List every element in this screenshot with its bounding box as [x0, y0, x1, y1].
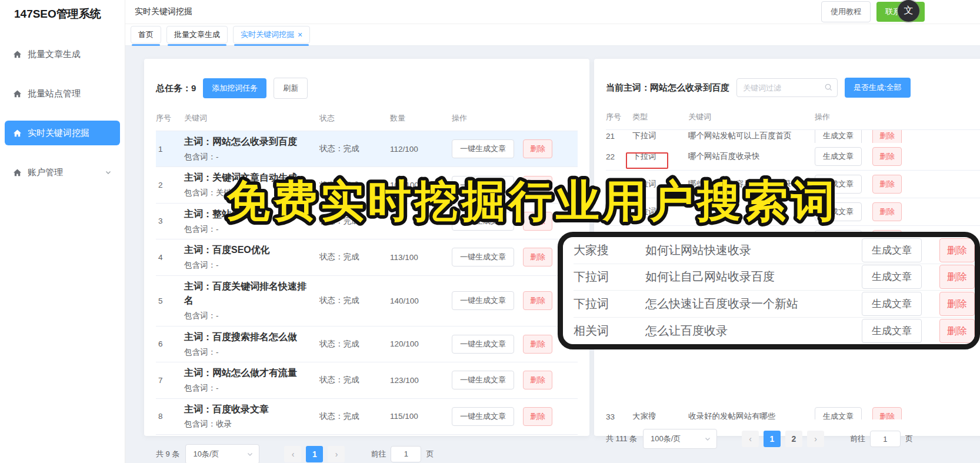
- tab-batch-article[interactable]: 批量文章生成: [166, 26, 228, 44]
- delete-button[interactable]: 删除: [523, 139, 552, 158]
- task-count: 100/100: [390, 181, 452, 189]
- keyword-text: 哪个网站百度收录快: [688, 151, 815, 162]
- delete-button[interactable]: 删除: [872, 147, 902, 166]
- generate-article-button[interactable]: 一键生成文章: [452, 212, 514, 231]
- keyword-filter: [736, 78, 838, 97]
- keyword-text: 哪些平台发文容易被百度收录: [688, 179, 815, 189]
- page-number-button[interactable]: 2: [785, 431, 802, 447]
- sidebar-item-keyword-mining[interactable]: 实时关键词挖掘: [5, 121, 120, 145]
- delete-button[interactable]: 删除: [523, 212, 552, 231]
- add-task-button[interactable]: 添加挖词任务: [203, 78, 266, 98]
- task-status: 状态：完成: [319, 252, 390, 262]
- keyword-filter-input[interactable]: [736, 78, 838, 97]
- page-number-button[interactable]: 1: [764, 431, 781, 447]
- task-number: 8: [156, 412, 184, 421]
- task-main-keyword: 主词：网站怎么收录到百度: [184, 135, 315, 149]
- sidebar-item-batch-site[interactable]: 批量站点管理: [5, 81, 120, 106]
- next-page-button[interactable]: ›: [328, 446, 345, 462]
- close-icon[interactable]: ×: [298, 31, 302, 39]
- task-main-keyword: 主词：整站优化: [184, 207, 315, 222]
- generate-article-button[interactable]: 一键生成文章: [452, 335, 514, 354]
- tab-home[interactable]: 首页: [131, 26, 161, 44]
- generate-article-button[interactable]: 生成文章: [862, 265, 922, 289]
- generate-article-button[interactable]: 一键生成文章: [452, 176, 514, 195]
- delete-button[interactable]: 删除: [872, 175, 902, 194]
- task-pagination: 共 9 条 10条/页 ‹ 1 › 前往 页: [156, 444, 578, 463]
- keyword-type: 大家搜: [574, 242, 645, 258]
- delete-button[interactable]: 删除: [939, 292, 975, 316]
- keyword-type: 下拉词: [632, 151, 688, 162]
- table-row[interactable]: 5 主词：百度关键词排名快速排名包含词：- 状态：完成 140/100 一键生成…: [156, 276, 578, 327]
- delete-button[interactable]: 删除: [523, 371, 552, 389]
- generate-all-button[interactable]: 是否生成:全部: [845, 78, 911, 98]
- task-include-words: 包含词：-: [184, 151, 319, 164]
- delete-button[interactable]: 删除: [939, 265, 975, 289]
- table-row[interactable]: 4 主词：百度SEO优化包含词：- 状态：完成 113/100 一键生成文章删除: [156, 239, 578, 275]
- delete-button[interactable]: 删除: [872, 202, 902, 221]
- delete-button[interactable]: 删除: [523, 407, 552, 426]
- keyword-number: 21: [606, 132, 632, 141]
- home-icon: [13, 50, 22, 59]
- table-row[interactable]: 2 主词：关键词文章自动生成包含词：关键词生成 状态：完成 100/100 一键…: [156, 167, 578, 203]
- task-include-words: 包含词：-: [184, 309, 319, 322]
- delete-button[interactable]: 删除: [523, 291, 552, 310]
- delete-button[interactable]: 删除: [939, 319, 975, 343]
- generate-article-button[interactable]: 生成文章: [862, 319, 922, 343]
- translate-icon[interactable]: 文: [898, 0, 919, 22]
- table-row[interactable]: 1 主词：网站怎么收录到百度包含词：- 状态：完成 112/100 一键生成文章…: [156, 131, 578, 167]
- generate-article-button[interactable]: 一键生成文章: [452, 371, 514, 389]
- tab-keyword-mining[interactable]: 实时关键词挖掘 ×: [233, 26, 310, 44]
- chevron-down-icon: [704, 435, 711, 442]
- generate-article-button[interactable]: 生成文章: [862, 292, 922, 316]
- table-row: 相关词 怎么让百度收录 生成文章 删除: [574, 318, 975, 345]
- task-status: 状态：完成: [319, 375, 390, 385]
- table-row[interactable]: 7 主词：网站怎么做才有流量包含词：- 状态：完成 123/100 一键生成文章…: [156, 362, 578, 398]
- delete-button[interactable]: 删除: [523, 176, 552, 195]
- keyword-text: 怎么快速让百度收录一个新站: [645, 296, 862, 312]
- delete-button[interactable]: 删除: [523, 335, 552, 354]
- generate-article-button[interactable]: 一键生成文章: [452, 139, 514, 158]
- page-number-button[interactable]: 1: [306, 446, 323, 462]
- home-icon: [13, 129, 22, 138]
- task-main-keyword: 主词：百度搜索排名怎么做: [184, 330, 315, 345]
- table-row[interactable]: 6 主词：百度搜索排名怎么做包含词：- 状态：完成 120/100 一键生成文章…: [156, 327, 578, 362]
- delete-button[interactable]: 删除: [939, 238, 975, 262]
- prev-page-button[interactable]: ‹: [284, 446, 301, 462]
- task-include-words: 包含词：-: [184, 382, 319, 395]
- goto-page-input[interactable]: [870, 431, 901, 447]
- delete-button[interactable]: 删除: [872, 407, 902, 419]
- page-size-select[interactable]: 100条/页: [643, 429, 717, 449]
- task-include-words: 包含词：关键词生成: [184, 186, 319, 199]
- generate-article-button[interactable]: 一键生成文章: [452, 407, 514, 426]
- total-tasks-value: 9: [191, 83, 196, 93]
- col-actions: 操作: [815, 112, 980, 122]
- sidebar-nav: 批量文章生成 批量站点管理 实时关键词挖掘 账户管理: [0, 42, 125, 185]
- table-row[interactable]: 8 主词：百度收录文章包含词：收录 状态：完成 115/100 一键生成文章删除: [156, 399, 578, 435]
- sidebar-item-account[interactable]: 账户管理: [5, 160, 120, 185]
- table-row: 33 大家搜 收录好的发帖网站有哪些 生成文章删除: [606, 403, 980, 419]
- generate-article-button[interactable]: 生成文章: [815, 175, 862, 194]
- translate-icon-glyph: 文: [904, 5, 914, 17]
- delete-button[interactable]: 删除: [872, 130, 902, 143]
- generate-article-button[interactable]: 生成文章: [862, 238, 922, 262]
- prev-page-button[interactable]: ‹: [742, 431, 759, 447]
- generate-article-button[interactable]: 一键生成文章: [452, 248, 514, 267]
- magnified-rows-overlay: 大家搜 如何让网站快速收录 生成文章 删除 下拉词 如何让自己网站收录百度 生成…: [558, 232, 980, 349]
- delete-button[interactable]: 删除: [523, 248, 552, 267]
- tab-label: 实时关键词挖掘: [241, 29, 294, 40]
- generate-article-button[interactable]: 生成文章: [815, 407, 862, 419]
- generate-article-button[interactable]: 生成文章: [815, 130, 862, 143]
- generate-article-button[interactable]: 生成文章: [815, 147, 862, 166]
- tutorial-button[interactable]: 使用教程: [821, 1, 871, 22]
- table-row[interactable]: 3 主词：整站优化包含词：- 状态：完成 一键生成文章删除: [156, 204, 578, 239]
- task-main-keyword: 主词：关键词文章自动生成: [184, 171, 315, 185]
- goto-page-input[interactable]: [391, 446, 421, 462]
- generate-article-button[interactable]: 一键生成文章: [452, 291, 514, 310]
- sidebar-item-batch-article[interactable]: 批量文章生成: [5, 42, 120, 66]
- tab-label: 批量文章生成: [174, 29, 220, 40]
- task-status: 状态：完成: [319, 295, 390, 306]
- page-size-select[interactable]: 10条/页: [185, 444, 259, 463]
- next-page-button[interactable]: ›: [807, 431, 824, 447]
- generate-article-button[interactable]: 生成文章: [815, 202, 862, 221]
- refresh-button[interactable]: 刷新: [274, 78, 308, 99]
